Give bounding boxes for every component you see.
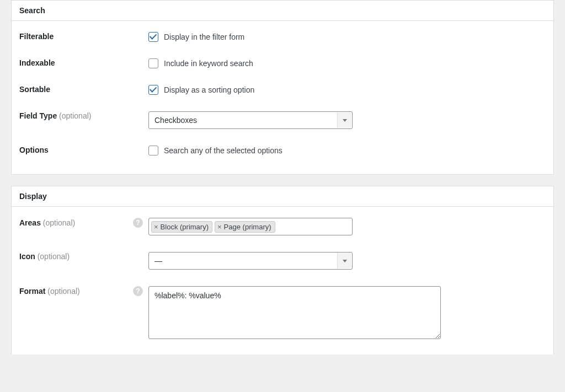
- help-icon[interactable]: ?: [133, 286, 143, 296]
- icon-label: Icon (optional): [19, 252, 70, 261]
- sortable-row: Sortable Display as a sorting option: [19, 85, 546, 95]
- areas-control: × Block (primary) × Page (primary): [148, 218, 546, 235]
- icon-optional: (optional): [38, 252, 70, 261]
- indexable-row: Indexable Include in keyword search: [19, 58, 546, 68]
- close-icon[interactable]: ×: [154, 223, 159, 231]
- display-heading: Display: [12, 186, 553, 207]
- format-row: Format (optional) ?: [19, 286, 546, 339]
- sortable-control: Display as a sorting option: [148, 85, 546, 95]
- areas-tag-0[interactable]: × Block (primary): [151, 221, 212, 233]
- field-type-row: Field Type (optional) Checkboxes: [19, 111, 546, 129]
- areas-label: Areas (optional): [19, 218, 75, 227]
- format-label: Format (optional): [19, 287, 80, 296]
- options-checkbox[interactable]: [148, 146, 158, 155]
- sortable-label-wrap: Sortable: [19, 85, 148, 94]
- indexable-checkbox-label[interactable]: Include in keyword search: [164, 59, 253, 68]
- filterable-label: Filterable: [19, 32, 54, 41]
- areas-tag-1-label: Page (primary): [224, 223, 271, 231]
- field-type-label: Field Type (optional): [19, 111, 91, 120]
- areas-row: Areas (optional) ? × Block (primary) × P…: [19, 218, 546, 235]
- sortable-checkbox[interactable]: [148, 85, 158, 95]
- areas-tag-input[interactable]: × Block (primary) × Page (primary): [148, 218, 353, 235]
- format-control: [148, 286, 546, 339]
- field-type-label-wrap: Field Type (optional): [19, 111, 148, 120]
- format-label-wrap: Format (optional) ?: [19, 286, 148, 296]
- options-control: Search any of the selected options: [148, 146, 546, 155]
- filterable-label-wrap: Filterable: [19, 32, 148, 41]
- indexable-label-wrap: Indexable: [19, 58, 148, 67]
- help-icon[interactable]: ?: [133, 218, 143, 228]
- indexable-control: Include in keyword search: [148, 58, 546, 68]
- areas-tag-0-label: Block (primary): [161, 223, 209, 231]
- icon-label-wrap: Icon (optional): [19, 252, 148, 261]
- close-icon[interactable]: ×: [217, 223, 223, 231]
- format-optional: (optional): [47, 287, 79, 296]
- search-metabox: Search Filterable Display in the filter …: [11, 0, 554, 175]
- format-textarea[interactable]: [148, 286, 441, 339]
- chevron-down-icon: [337, 253, 351, 269]
- filterable-checkbox[interactable]: [148, 32, 158, 42]
- areas-tag-1[interactable]: × Page (primary): [215, 221, 275, 233]
- indexable-label: Indexable: [19, 58, 55, 67]
- filterable-control: Display in the filter form: [148, 32, 546, 42]
- icon-control: —: [148, 252, 546, 270]
- icon-row: Icon (optional) —: [19, 252, 546, 270]
- filterable-checkbox-label[interactable]: Display in the filter form: [164, 33, 244, 41]
- field-type-value: Checkboxes: [154, 116, 197, 125]
- search-heading: Search: [12, 1, 553, 21]
- indexable-checkbox[interactable]: [148, 58, 158, 68]
- search-body: Filterable Display in the filter form In…: [12, 21, 553, 174]
- icon-select[interactable]: —: [148, 252, 353, 270]
- options-checkbox-label[interactable]: Search any of the selected options: [164, 146, 282, 155]
- filterable-row: Filterable Display in the filter form: [19, 32, 546, 42]
- field-type-control: Checkboxes: [148, 111, 546, 129]
- display-metabox: Display Areas (optional) ? × Block (prim…: [11, 186, 554, 355]
- sortable-label: Sortable: [19, 85, 50, 94]
- field-type-select[interactable]: Checkboxes: [148, 111, 353, 129]
- options-row: Options Search any of the selected optio…: [19, 146, 546, 155]
- chevron-down-icon: [337, 112, 351, 128]
- sortable-checkbox-label[interactable]: Display as a sorting option: [164, 85, 254, 94]
- options-label-wrap: Options: [19, 146, 148, 154]
- options-label: Options: [19, 146, 49, 154]
- field-type-optional: (optional): [59, 111, 91, 120]
- areas-label-wrap: Areas (optional) ?: [19, 218, 148, 228]
- display-body: Areas (optional) ? × Block (primary) × P…: [12, 207, 553, 355]
- areas-optional: (optional): [43, 218, 75, 227]
- icon-value: —: [154, 256, 162, 265]
